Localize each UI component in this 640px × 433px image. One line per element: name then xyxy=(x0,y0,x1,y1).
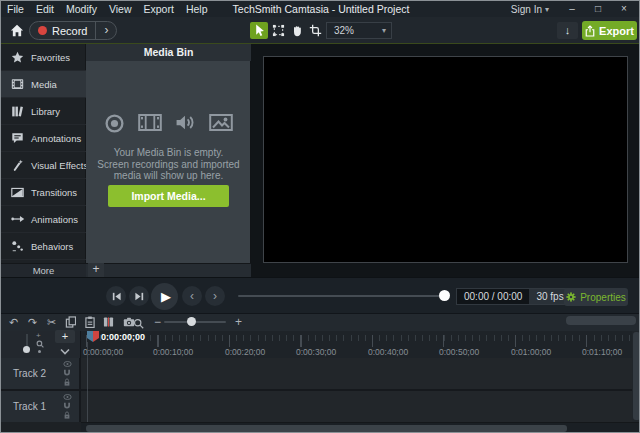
track-visibility-icon[interactable] xyxy=(63,361,72,367)
track-lock-icon[interactable] xyxy=(63,411,72,419)
track-lane[interactable] xyxy=(81,358,632,389)
next-clip-button[interactable]: › xyxy=(205,286,225,306)
image-icon xyxy=(209,113,233,134)
vertical-scrollbar-thumb[interactable] xyxy=(633,332,640,420)
download-media-button[interactable]: ↓ xyxy=(557,22,578,39)
copy-icon xyxy=(65,316,76,328)
track-height-handle[interactable] xyxy=(23,346,30,353)
split-button[interactable] xyxy=(101,315,116,329)
timeline-zoom-handle[interactable] xyxy=(187,317,196,326)
horizontal-scrollbar-thumb[interactable] xyxy=(86,425,567,432)
time-display-box: 00:00 / 00:00 30 fps xyxy=(456,288,572,305)
track-visibility-icon[interactable] xyxy=(63,394,72,400)
home-button[interactable] xyxy=(8,22,26,39)
sidebar-item-animations[interactable]: Animations xyxy=(1,206,86,233)
menu-modify[interactable]: Modify xyxy=(60,3,103,15)
playhead-marker[interactable] xyxy=(87,331,99,342)
zoom-out-button[interactable]: − xyxy=(150,315,165,329)
menu-export[interactable]: Export xyxy=(138,3,180,15)
ruler-label: 0:00:50;00 xyxy=(439,347,479,357)
record-circle-icon xyxy=(104,113,125,134)
undo-button[interactable]: ↶ xyxy=(6,315,21,329)
add-track-button[interactable]: + xyxy=(55,330,75,343)
redo-button[interactable]: ↷ xyxy=(25,315,40,329)
canvas-zoom-dropdown[interactable]: 32% ▾ xyxy=(326,22,392,39)
magic-wand-icon xyxy=(11,159,24,172)
sidebar-item-library[interactable]: Library xyxy=(1,98,86,125)
sidebar-item-label: Annotations xyxy=(31,133,81,144)
step-backward-icon xyxy=(111,291,122,302)
preview-canvas[interactable] xyxy=(263,56,628,263)
track-height-dot-icon xyxy=(38,350,41,353)
playhead-out-handle[interactable] xyxy=(93,331,99,342)
playhead-stem[interactable] xyxy=(87,342,88,422)
sign-in-button[interactable]: Sign In xyxy=(508,4,545,15)
edit-visuals-tool-button[interactable] xyxy=(269,22,287,39)
properties-button[interactable]: Properties xyxy=(564,288,628,306)
crop-tool-button[interactable] xyxy=(306,22,324,39)
close-button[interactable]: × xyxy=(611,1,637,17)
export-button[interactable]: Export xyxy=(582,21,637,40)
film-frame-icon xyxy=(11,78,24,90)
track-header[interactable]: Track 2 xyxy=(1,358,79,389)
books-icon xyxy=(11,105,24,118)
playhead-time-label: 0:00:00;00 xyxy=(101,332,145,342)
cursor-icon xyxy=(253,24,265,37)
zoom-in-button[interactable]: + xyxy=(231,315,246,329)
sidebar-item-behaviors[interactable]: Behaviors xyxy=(1,233,86,260)
paste-button[interactable] xyxy=(82,315,97,329)
maximize-button[interactable]: □ xyxy=(585,1,611,17)
copy-button[interactable] xyxy=(63,315,78,329)
playhead-in-handle[interactable] xyxy=(87,331,93,342)
canvas-zoom-value: 32% xyxy=(327,25,382,36)
playback-scrubber[interactable] xyxy=(238,295,449,297)
track-lock-icon[interactable] xyxy=(63,378,72,386)
scrubber-handle[interactable] xyxy=(439,290,450,301)
download-arrow-icon: ↓ xyxy=(565,24,571,36)
ruler-ticks-major xyxy=(81,335,639,347)
sidebar-item-favorites[interactable]: Favorites xyxy=(1,44,86,71)
filmstrip-icon xyxy=(138,113,162,134)
timeline-tracks: Track 2 Track 1 xyxy=(1,358,640,422)
track-lane[interactable] xyxy=(81,391,632,422)
share-icon xyxy=(585,25,595,37)
sign-in-caret-icon[interactable]: ▾ xyxy=(545,5,559,14)
menu-file[interactable]: File xyxy=(1,3,30,15)
menu-view[interactable]: View xyxy=(103,3,138,15)
timeline-overview-scrollbar[interactable] xyxy=(566,316,636,325)
gear-icon xyxy=(566,292,576,302)
sidebar-item-transitions[interactable]: Transitions xyxy=(1,179,86,206)
minimize-button[interactable]: – xyxy=(559,1,585,17)
track-height-zoom-icon xyxy=(36,340,44,348)
previous-clip-button[interactable]: ‹ xyxy=(182,286,202,306)
app-window: File Edit Modify View Export Help TechSm… xyxy=(0,0,640,433)
record-options-button[interactable]: › xyxy=(96,22,116,39)
animation-arrow-icon xyxy=(11,214,24,224)
transition-icon xyxy=(11,187,24,198)
pan-tool-button[interactable] xyxy=(288,22,306,39)
sidebar-more-button[interactable]: More xyxy=(1,263,86,277)
sidebar-item-label: Visual Effects xyxy=(31,160,88,171)
sidebar-item-label: Transitions xyxy=(31,187,77,198)
media-bin-header: Media Bin xyxy=(86,44,251,61)
crop-icon xyxy=(309,24,322,37)
track-header[interactable]: Track 1 xyxy=(1,391,79,422)
collapse-tracks-button[interactable] xyxy=(55,345,75,357)
menu-edit[interactable]: Edit xyxy=(30,3,60,15)
step-backward-button[interactable] xyxy=(106,286,126,306)
cut-button[interactable]: ✂ xyxy=(44,315,59,329)
select-tool-button[interactable] xyxy=(250,22,268,39)
track-magnet-icon[interactable] xyxy=(63,369,72,376)
sidebar-item-media[interactable]: Media xyxy=(1,71,86,98)
play-button[interactable]: ▶ xyxy=(151,283,178,310)
sidebar-item-visual-effects[interactable]: Visual Effects xyxy=(1,152,86,179)
record-button[interactable]: Record xyxy=(52,25,95,37)
menu-help[interactable]: Help xyxy=(180,3,214,15)
time-display: 00:00 / 00:00 xyxy=(457,289,529,304)
clipboard-icon xyxy=(85,316,95,328)
sidebar-item-annotations[interactable]: Annotations xyxy=(1,125,86,152)
import-media-button[interactable]: Import Media... xyxy=(108,185,229,207)
track-magnet-icon[interactable] xyxy=(63,402,72,409)
add-tab-button[interactable]: + xyxy=(88,263,104,277)
step-forward-button[interactable] xyxy=(129,286,149,306)
